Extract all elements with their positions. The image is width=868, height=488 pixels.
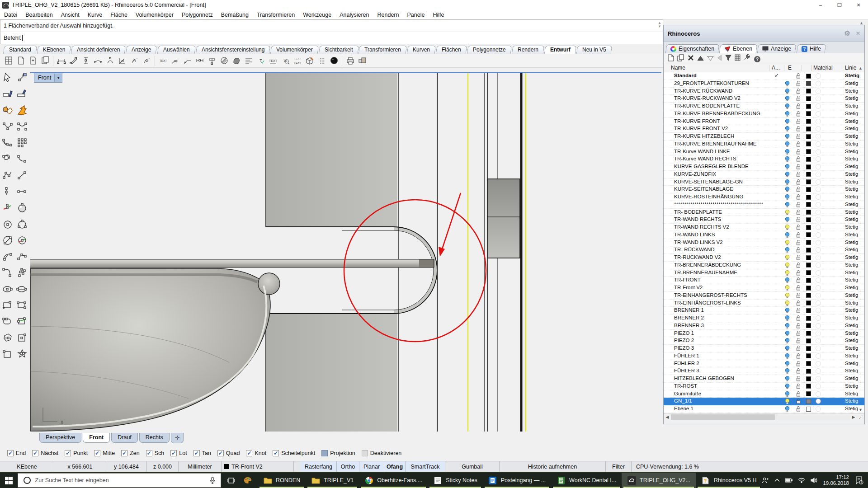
layer-color-swatch[interactable] xyxy=(806,164,811,169)
layer-linetype[interactable]: Stetig xyxy=(845,95,860,101)
osnap-sch[interactable]: ✓Sch xyxy=(146,450,165,456)
layer-name[interactable]: TR-RÜCKWAND V2 xyxy=(674,254,721,260)
column-on[interactable]: E xyxy=(788,65,792,71)
text-icon[interactable]: TEXT xyxy=(157,55,169,67)
toolbar-tab-anzeige[interactable]: Anzeige xyxy=(126,46,157,54)
circle-pts-icon[interactable] xyxy=(16,218,28,230)
menu-bearbeiten[interactable]: Bearbeiten xyxy=(21,12,57,18)
layer-material-icon[interactable] xyxy=(816,376,821,381)
layer-material-icon[interactable] xyxy=(816,293,821,298)
layer-lock-icon[interactable] xyxy=(796,179,801,186)
layer-linetype[interactable]: Stetig xyxy=(845,73,860,78)
circle-axes-icon[interactable] xyxy=(16,234,28,247)
layer-color-swatch[interactable] xyxy=(806,323,811,328)
layer-row[interactable]: TR-Front V2Stetig xyxy=(664,284,864,292)
viewport-tab-add[interactable]: ✛ xyxy=(171,433,184,443)
line-hpts-icon[interactable] xyxy=(16,185,28,198)
curve-handles-icon[interactable] xyxy=(1,120,14,133)
layer-visibility-bulb-icon[interactable] xyxy=(785,119,790,126)
ellipse-width-icon[interactable] xyxy=(16,283,28,296)
layer-color-swatch[interactable] xyxy=(806,369,811,374)
layer-lock-icon[interactable] xyxy=(796,263,801,269)
layer-visibility-bulb-icon[interactable] xyxy=(785,308,790,314)
viewport-title-tab[interactable]: Front ▼ xyxy=(34,73,62,83)
battery-icon[interactable] xyxy=(785,478,793,483)
layer-name[interactable]: BRENNER 1 xyxy=(674,307,704,313)
layer-color-swatch[interactable] xyxy=(806,187,811,192)
statusbar-toggle-rasterfang[interactable]: Rasterfang xyxy=(301,461,337,472)
layer-name[interactable]: TR-KURVE HITZEBLECH xyxy=(674,133,734,139)
current-layer-check-icon[interactable]: ✓ xyxy=(774,72,779,79)
layer-linetype[interactable]: Stetig xyxy=(845,126,860,131)
osnap-checkbox-sch[interactable]: ✓ xyxy=(146,450,152,456)
roundrect-icon[interactable] xyxy=(1,315,14,328)
layer-visibility-bulb-icon[interactable] xyxy=(785,368,790,375)
layer-material-icon[interactable] xyxy=(816,81,821,86)
layer-linetype[interactable]: Stetig xyxy=(845,80,860,86)
osnap-checkbox-scheitelpunkt[interactable]: ✓ xyxy=(273,450,279,456)
layer-linetype[interactable]: Stetig xyxy=(845,262,860,267)
layer-name[interactable]: TR-KURVE FRONT xyxy=(674,118,720,124)
layer-lock-icon[interactable] xyxy=(796,89,801,95)
ellipse-center-icon[interactable] xyxy=(1,283,14,296)
hatch-circle-icon[interactable] xyxy=(218,55,230,67)
page-plus-icon[interactable]: + xyxy=(27,55,39,67)
layer-lock-icon[interactable] xyxy=(796,103,801,110)
layer-visibility-bulb-icon[interactable] xyxy=(785,293,790,300)
layer-name[interactable]: TR-KURVE-FRONT-V2 xyxy=(674,126,728,131)
layer-material-icon[interactable] xyxy=(816,255,821,260)
layer-linetype[interactable]: Stetig xyxy=(845,391,860,396)
explode-orange-icon[interactable] xyxy=(16,104,28,117)
layer-lock-icon[interactable] xyxy=(796,346,801,352)
command-area[interactable]: 1 Flächenverband der Auswahl hinzugefügt… xyxy=(0,19,663,44)
layer-row[interactable]: TR-ROSTStetig xyxy=(664,383,864,390)
layer-scroll-up-icon[interactable]: ▲ xyxy=(859,66,863,70)
sphere-shaded-icon[interactable] xyxy=(16,202,28,214)
layer-material-icon[interactable] xyxy=(816,263,821,268)
layer-row[interactable]: TR-FRONTStetig xyxy=(664,277,864,284)
hatch-solid-icon[interactable] xyxy=(230,55,242,67)
osnap-checkbox-nächst[interactable]: ✓ xyxy=(32,450,38,456)
layer-visibility-bulb-icon[interactable] xyxy=(785,134,790,141)
layer-name[interactable]: Standard xyxy=(674,73,697,78)
layer-lock-icon[interactable] xyxy=(796,225,801,231)
layer-lock-icon[interactable] xyxy=(796,172,801,178)
menu-rendern[interactable]: Rendern xyxy=(373,12,403,18)
layer-color-swatch[interactable] xyxy=(806,134,811,139)
layer-material-icon[interactable] xyxy=(816,194,821,200)
layer-material-icon[interactable] xyxy=(816,232,821,238)
layer-name[interactable]: TR-BRENNERABDECKUNG xyxy=(674,262,741,267)
layer-visibility-bulb-icon[interactable] xyxy=(785,172,790,178)
layer-row[interactable]: KURVE-SEITENABLAGEStetig xyxy=(664,186,864,193)
dim-linear-icon[interactable] xyxy=(55,55,67,67)
statusbar-toggle-filter[interactable]: Filter xyxy=(606,461,632,472)
osnap-tan[interactable]: ✓Tan xyxy=(193,450,211,456)
toolbar-tab-sichtbarkeit[interactable]: Sichtbarkeit xyxy=(318,46,359,54)
layer-color-swatch[interactable] xyxy=(806,278,811,283)
layer-color-swatch[interactable] xyxy=(806,119,811,124)
layer-lock-icon[interactable] xyxy=(796,149,801,155)
layer-name[interactable]: TR-WAND RECHTS xyxy=(674,216,721,222)
layer-linetype[interactable]: Stetig xyxy=(845,118,860,124)
layer-linetype[interactable]: Stetig xyxy=(845,224,860,230)
layer-name[interactable]: FÜHLER 3 xyxy=(674,368,699,373)
layer-lock-icon[interactable] xyxy=(796,134,801,140)
statusbar-toggle-ortho[interactable]: Ortho xyxy=(337,461,359,472)
layer-visibility-bulb-icon[interactable] xyxy=(785,126,790,133)
star-icon[interactable] xyxy=(16,348,28,361)
menu-panele[interactable]: Panele xyxy=(403,12,429,18)
microphone-icon[interactable] xyxy=(210,477,215,484)
layer-name[interactable]: KURVE-ROSTEINHÄNGUNG xyxy=(674,194,743,199)
layer-linetype[interactable]: Stetig xyxy=(845,149,860,154)
taskbar-item-posteingang-[interactable]: Posteingang — ... xyxy=(483,473,551,488)
layer-lock-icon[interactable] xyxy=(796,202,801,208)
layer-name[interactable]: FÜHLER 1 xyxy=(674,353,699,358)
layer-material-icon[interactable] xyxy=(816,285,821,291)
layer-color-swatch[interactable] xyxy=(806,149,811,154)
layer-lock-icon[interactable] xyxy=(796,119,801,125)
layer-linetype[interactable]: Stetig xyxy=(845,315,860,320)
layer-visibility-bulb-icon[interactable] xyxy=(785,285,790,292)
layer-linetype[interactable]: Stetig xyxy=(845,330,860,336)
layer-material-icon[interactable] xyxy=(816,331,821,336)
viewport-tab-drauf[interactable]: Drauf xyxy=(111,433,138,443)
